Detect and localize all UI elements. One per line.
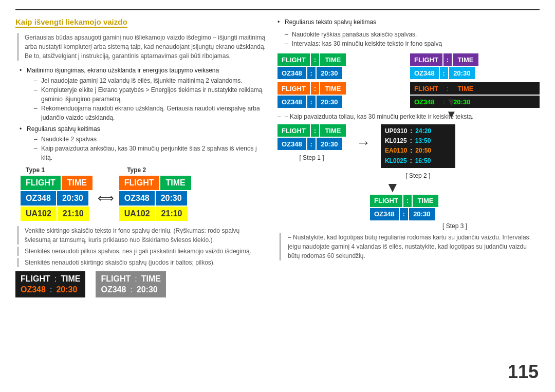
step2-r1: UP0310 : 24:20	[385, 126, 451, 136]
step1-item: FLIGHT : TIME OZ348 : 20:30 [ Step 1 ]	[278, 124, 346, 161]
oz348-cell-1: OZ348	[21, 191, 56, 206]
sub-item-2-1: Naudokite 2 spalvas	[34, 135, 267, 144]
gray-flight-label: FLIGHT	[101, 274, 131, 284]
right-sub-2: Intervalas: kas 30 minučių keiskite teks…	[278, 39, 540, 48]
gray-header-row: FLIGHT : TIME	[101, 274, 160, 284]
mini-row-4: OZ348 : 20:30	[410, 96, 540, 108]
left-column: Kaip išvengti liekamojo vaizdo Geriausia…	[15, 17, 267, 387]
flight-board-type1: FLIGHT TIME OZ348 20:30 UA102 21:10	[21, 176, 92, 221]
flight-cell-1: FLIGHT	[21, 176, 61, 190]
oz348-cell-2: OZ348	[119, 191, 155, 206]
sub-list-2: Naudokite 2 spalvas Kaip pavaizduota ank…	[27, 135, 267, 162]
mini-board-4: FLIGHT : TIME OZ348 : 20:30	[410, 82, 540, 108]
dark-colon-1: :	[54, 274, 57, 284]
page-container: Kaip išvengti liekamojo vaizdo Geriausia…	[0, 0, 555, 392]
dark-flight-val: OZ348	[21, 285, 46, 294]
mini-board-2: FLIGHT : TIME OZ348 : 20:30	[410, 53, 540, 79]
mini-row-2: OZ348 : 20:30	[410, 67, 540, 79]
sub-item-2-2: Kaip pavaizduota anksčiau, kas 30 minuči…	[34, 144, 267, 162]
mc-flight-2: FLIGHT	[410, 53, 442, 66]
bottom-note: – Nustatykite, kad logotipas būtų reguli…	[280, 233, 540, 260]
s3-colon: :	[403, 195, 412, 207]
time-val-2: 21:10	[58, 207, 89, 221]
dark-colon-2: :	[50, 285, 52, 294]
mc-flight-4: FLIGHT	[410, 82, 442, 95]
step2-r3: EA0110 : 20:50	[385, 146, 451, 156]
mc-oz348-2: OZ348	[410, 67, 439, 79]
bottom-boards: FLIGHT : TIME OZ348 : 20:30 FLIGHT :	[15, 271, 267, 297]
step3-label: [ Step 3 ]	[442, 222, 467, 230]
step1-row: OZ348 : 20:30	[278, 138, 346, 150]
dash-note-3: Stenkitės nenaudoti skirtingo skaisčio s…	[17, 258, 267, 267]
mc-colon-1: :	[311, 53, 319, 66]
step-note: – – Kaip pavaizduota toliau, kas 30 minu…	[278, 113, 540, 120]
mini-board-3: FLIGHT : TIME OZ348 : 20:30	[278, 82, 407, 108]
mc-colon-4: :	[443, 82, 452, 95]
mc-oz348-3: OZ348	[278, 96, 306, 108]
bullet-item-1: Maitinimo išjungimas, ekrano užsklanda i…	[20, 66, 267, 122]
mini-header-1: FLIGHT : TIME	[278, 53, 407, 66]
step3-arrow-down: ▼	[385, 180, 400, 195]
dash-note-1: Venkite skirtingo skaisčio teksto ir fon…	[17, 226, 267, 245]
mc-colon-2: :	[443, 53, 452, 66]
main-description: Geriausias būdas apsaugoti gaminį nuo iš…	[17, 33, 267, 61]
fb-row-1-2: UA102 21:10	[21, 207, 92, 221]
s1-oz348: OZ348	[278, 138, 306, 150]
page-number: 115	[508, 361, 539, 383]
s3-colon2: :	[400, 208, 408, 220]
double-arrows: ▼ ▼	[446, 96, 457, 121]
gray-colon-1: :	[135, 274, 137, 284]
step1-header: FLIGHT : TIME	[278, 124, 346, 137]
step1-label: [ Step 1 ]	[299, 154, 324, 161]
mini-row-1: OZ348 : 20:30	[278, 67, 407, 79]
step1-board: FLIGHT : TIME OZ348 : 20:30	[278, 124, 346, 150]
dark-time-val: 20:30	[56, 285, 77, 294]
board-gray: FLIGHT : TIME OZ348 : 20:30	[96, 271, 165, 297]
section-title: Kaip išvengti liekamojo vaizdo	[15, 17, 127, 28]
step2-label: [ Step 2 ]	[405, 172, 430, 179]
dark-time-label: TIME	[61, 274, 80, 284]
fb-row-1-1: OZ348 20:30	[21, 191, 92, 206]
step-arrow-right: →	[356, 135, 371, 151]
time-cell-1: TIME	[62, 176, 92, 190]
mc-flight-1: FLIGHT	[278, 53, 310, 66]
mc-2030-1: 20:30	[317, 67, 342, 79]
flight-board-type2: FLIGHT TIME OZ348 20:30 UA102 21:10	[119, 176, 191, 221]
types-row: FLIGHT TIME OZ348 20:30 UA102 21:10 ⟺	[21, 176, 267, 221]
ua102-cell-2: UA102	[119, 207, 155, 221]
time-cell-2: TIME	[160, 176, 191, 190]
right-column: Reguliarus teksto spalvų keitimas Naudok…	[278, 17, 540, 387]
color-grid: FLIGHT : TIME OZ348 : 20:30 FLIGHT :	[278, 53, 540, 108]
fb-header-1: FLIGHT TIME	[21, 176, 92, 190]
mc-colon-r2: :	[440, 67, 448, 79]
dark-data-row: OZ348 : 20:30	[21, 285, 80, 294]
mini-header-4: FLIGHT : TIME	[410, 82, 540, 95]
right-sub-1: Naudokite ryškias panašaus skaisčio spal…	[278, 30, 540, 39]
mini-row-3: OZ348 : 20:30	[278, 96, 407, 108]
type2-label: Type 2	[127, 166, 146, 174]
ua102-cell-1: UA102	[21, 207, 57, 221]
fb-row-2-1: OZ348 20:30	[119, 191, 191, 206]
time-val-4: 21:10	[156, 207, 188, 221]
s1-colon2: :	[307, 138, 316, 150]
mc-2030-3: 20:30	[317, 96, 342, 108]
mc-colon-r1: :	[307, 67, 316, 79]
bullet-item-2: Reguliarus spalvų keitimas Naudokite 2 s…	[20, 124, 267, 162]
s3-flight: FLIGHT	[370, 195, 402, 207]
step2-item: UP0310 : 24:20 KL0125 : 13:50 EA0110 :	[381, 124, 455, 179]
mc-2030-2: 20:30	[449, 67, 475, 79]
s3-oz348: OZ348	[370, 208, 399, 220]
mini-header-3: FLIGHT : TIME	[278, 82, 407, 95]
step2-r4: KL0025 : 16:50	[385, 156, 451, 166]
s3-2030: 20:30	[409, 208, 435, 220]
step3-board: FLIGHT : TIME OZ348 : 20:30	[370, 195, 438, 220]
gray-time-val: 20:30	[137, 285, 158, 294]
step3-area: FLIGHT : TIME OZ348 : 20:30 [ Step 3 ]	[278, 195, 540, 230]
step3-arrow-container: ▼	[278, 180, 540, 195]
dash-note-2: Stenkitės nenaudoti pilkos spalvos, nes …	[17, 247, 267, 256]
mc-oz348-1: OZ348	[278, 67, 306, 79]
sub-item-1-1: Jei naudojate gaminį 12 valandų iš eilės…	[34, 76, 267, 85]
content-row: Kaip išvengti liekamojo vaizdo Geriausia…	[15, 17, 540, 387]
right-bullet-text: Reguliarus teksto spalvų keitimas	[278, 17, 540, 27]
sub-item-1-2: Kompiuteryje eikite į Ekrano ypatybės > …	[34, 85, 267, 104]
